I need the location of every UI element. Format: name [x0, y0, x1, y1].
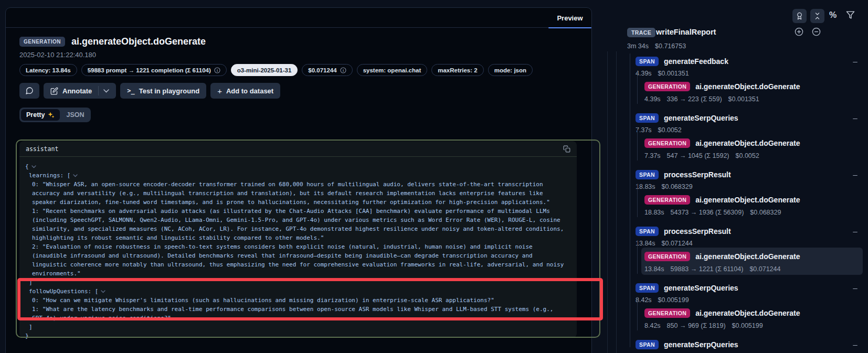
code-line-text: 1: "Recent benchmarks on adversarial aud… — [32, 208, 567, 241]
span-meta: 4.39s $0.001351 — [636, 70, 689, 77]
metadata-pills-row: Latency: 13.84s i 59883 prompt → 1221 co… — [19, 64, 591, 76]
code-line-text: followUpQuestions: [ — [29, 288, 98, 295]
test-in-playground-button[interactable]: >_ Test in playground — [120, 83, 206, 99]
code-line-text: ] — [29, 279, 33, 286]
tab-preview-label: Preview — [557, 14, 583, 22]
collapse-chevron-icon[interactable] — [73, 171, 78, 180]
comment-button[interactable] — [19, 83, 39, 99]
collapse-node-button[interactable] — [852, 115, 859, 124]
generation-cost: $0.005199 — [732, 322, 763, 329]
metadata-pill-label: $0.071244 — [308, 67, 336, 73]
chevron-down-icon[interactable] — [103, 89, 109, 93]
code-line-text: { — [25, 163, 29, 170]
trace-name[interactable]: writeFinalReport — [656, 28, 716, 36]
span-name: generateFeedback — [664, 57, 728, 66]
generation-row[interactable]: GENERATION ai.generateObject.doGenerate … — [641, 304, 863, 331]
trace-tree-span-block: SPAN processSerpResult 18.83s $0.068329 … — [627, 170, 868, 227]
span-name: generateSerpQueries — [664, 284, 738, 292]
generation-tokens: 336 → 223 (Σ 559) — [667, 95, 722, 103]
generation-tokens: 850 → 969 (Σ 1819) — [667, 322, 726, 329]
generation-duration: 8.42s — [644, 322, 661, 329]
generation-name: ai.generateObject.doGenerate — [695, 82, 800, 91]
span-meta: 8.42s $0.005199 — [636, 296, 689, 304]
metadata-pill: mode: json i — [488, 64, 533, 76]
trace-tree-span-block: SPAN generateSerpQueries 8.42s $0.005199… — [627, 283, 868, 340]
code-line: 2: "Evaluation of noise robustness in sp… — [25, 242, 569, 278]
collapse-panel-button[interactable] — [810, 9, 824, 23]
span-duration: 4.39s — [636, 70, 652, 77]
generation-row[interactable]: GENERATION ai.generateObject.doGenerate … — [641, 134, 863, 162]
annotate-button[interactable]: Annotate — [44, 83, 116, 99]
test-in-playground-label: Test in playground — [139, 87, 199, 95]
add-to-dataset-label: Add to dataset — [226, 87, 273, 95]
span-row[interactable]: SPAN generateFeedback — [636, 57, 728, 66]
generation-tokens: 547 → 1045 (Σ 1592) — [667, 152, 729, 159]
generation-name: ai.generateObject.doGenerate — [695, 196, 800, 204]
copy-icon[interactable] — [563, 145, 570, 153]
svg-text:i: i — [343, 68, 344, 72]
button-divider — [98, 86, 99, 95]
annotation-queue-button[interactable] — [792, 9, 807, 23]
minus-icon — [852, 285, 859, 292]
generation-meta: 8.42s 850 → 969 (Σ 1819) $0.005199 — [644, 322, 763, 329]
collapse-node-button[interactable] — [852, 172, 859, 181]
tree-connector-line — [637, 240, 638, 274]
minus-circle-icon — [812, 27, 821, 36]
generation-row[interactable]: GENERATION ai.generateObject.doGenerate … — [641, 248, 863, 275]
comment-icon — [25, 87, 34, 95]
collapse-node-button[interactable] — [852, 285, 859, 294]
generation-name: ai.generateObject.doGenerate — [695, 252, 800, 261]
metadata-pill-label: Latency: 13.84s — [26, 67, 71, 73]
minus-icon — [852, 342, 859, 349]
code-line: { — [25, 162, 569, 171]
span-cost: $0.0052 — [658, 126, 682, 134]
span-meta: 7.37s $0.0052 — [636, 126, 682, 134]
generation-type-badge: GENERATION — [19, 37, 65, 47]
pretty-label: Pretty — [26, 111, 45, 119]
toggle-pretty[interactable]: Pretty — [21, 109, 60, 121]
trace-tree-span-block: SPAN generateFeedback 4.39s $0.001351 GE… — [627, 57, 868, 113]
tab-preview[interactable]: Preview — [548, 8, 591, 28]
collapse-node-button[interactable] — [852, 228, 859, 238]
generation-row[interactable]: GENERATION ai.generateObject.doGenerate … — [641, 78, 863, 105]
span-row[interactable]: SPAN generateSerpQueries — [636, 283, 738, 293]
span-badge: SPAN — [636, 57, 659, 66]
info-icon[interactable]: i — [214, 67, 220, 73]
json-label: JSON — [66, 111, 84, 119]
span-badge: SPAN — [636, 113, 659, 123]
tree-connector-line — [637, 70, 638, 104]
span-row[interactable]: SPAN processSerpResult — [636, 170, 731, 179]
span-row[interactable]: SPAN generateSerpQueries — [636, 113, 738, 123]
plus-icon: + — [217, 87, 222, 95]
toggle-json[interactable]: JSON — [61, 109, 89, 121]
filter-icon[interactable] — [846, 10, 855, 22]
collapse-chevron-icon[interactable] — [101, 287, 105, 296]
generation-meta: 7.37s 547 → 1045 (Σ 1592) $0.0052 — [644, 152, 759, 159]
detail-tabs-row: Preview — [6, 8, 591, 28]
generation-badge: GENERATION — [644, 252, 690, 261]
collapse-chevron-icon[interactable] — [31, 162, 36, 171]
span-row[interactable]: SPAN processSerpResult — [636, 227, 731, 236]
generation-duration: 4.39s — [644, 95, 661, 103]
generation-row[interactable]: GENERATION ai.generateObject.doGenerate … — [641, 191, 863, 218]
minus-icon — [852, 59, 859, 66]
add-to-dataset-button[interactable]: + Add to dataset — [210, 83, 280, 99]
message-role-label: assistant — [26, 145, 58, 153]
metadata-pill-label: 59883 prompt → 1221 completion (Σ 61104) — [88, 67, 211, 73]
expand-all-button[interactable] — [795, 27, 803, 38]
percent-toggle-icon[interactable]: % — [829, 10, 837, 20]
metadata-pill-label: system: openai.chat — [363, 67, 421, 73]
info-icon[interactable]: i — [340, 67, 346, 73]
collapse-node-button[interactable] — [852, 341, 859, 351]
code-line: 1: "What are the latency benchmarks and … — [25, 305, 569, 323]
collapse-node-button[interactable] — [852, 58, 859, 68]
generation-badge: GENERATION — [644, 308, 690, 318]
span-meta: 18.83s $0.068329 — [636, 183, 693, 190]
generation-badge: GENERATION — [644, 195, 690, 205]
span-row[interactable]: SPAN generateSerpQueries — [636, 340, 738, 349]
metadata-pill-label: o3-mini-2025-01-31 — [237, 67, 292, 73]
plus-circle-icon — [795, 27, 803, 36]
collapse-all-button[interactable] — [812, 27, 821, 38]
view-toggle: Pretty JSON — [19, 108, 91, 122]
generation-meta: 4.39s 336 → 223 (Σ 559) $0.001351 — [644, 95, 759, 103]
